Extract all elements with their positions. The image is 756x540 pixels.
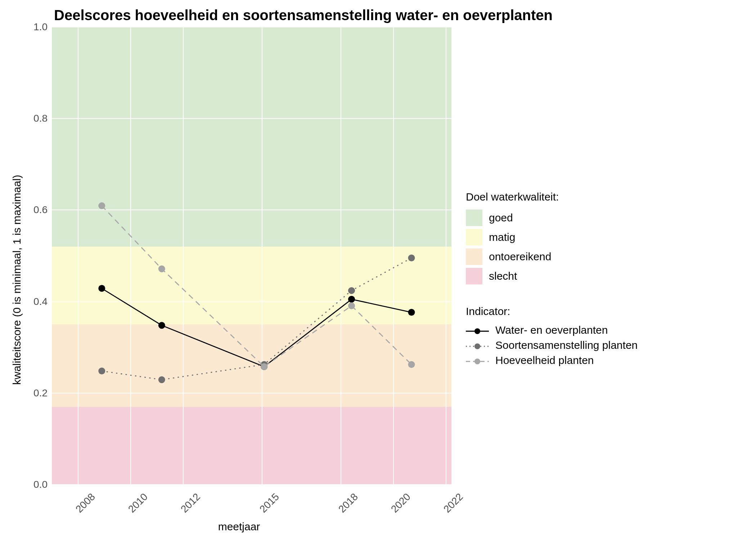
chart-body: kwaliteitscore (0 is minimaal, 1 is maxi… bbox=[7, 27, 749, 533]
legend-bands-title: Doel waterkwaliteit: bbox=[466, 191, 749, 203]
legend-band-item: goed bbox=[466, 210, 749, 226]
series-line bbox=[102, 258, 411, 380]
legend-band-label: slecht bbox=[489, 270, 517, 282]
legend-series-item: Hoeveelheid planten bbox=[466, 354, 749, 366]
plot-row: 0.00.20.40.60.81.0 bbox=[27, 27, 451, 485]
x-axis-label: meetjaar bbox=[27, 521, 451, 533]
series-point bbox=[158, 265, 165, 272]
svg-point-5 bbox=[474, 359, 480, 364]
series-point bbox=[408, 309, 415, 316]
chart-container: Deelscores hoeveelheid en soortensamenst… bbox=[7, 7, 749, 533]
legend-bands-items: goedmatigontoereikendslecht bbox=[466, 210, 749, 284]
series-point bbox=[348, 287, 355, 294]
legend-swatch bbox=[466, 210, 482, 226]
y-axis-label: kwaliteitscore (0 is minimaal, 1 is maxi… bbox=[7, 27, 27, 533]
x-axis-ticks: 2008201020122015201820202022 bbox=[52, 485, 451, 517]
x-tick-label: 2010 bbox=[126, 491, 150, 515]
svg-point-1 bbox=[474, 328, 480, 334]
legend-series-item: Soortensamenstelling planten bbox=[466, 339, 749, 351]
legend-line-sample bbox=[466, 341, 489, 350]
legend-band-item: matig bbox=[466, 229, 749, 246]
legend-band-item: slecht bbox=[466, 268, 749, 284]
legend-series-label: Soortensamenstelling planten bbox=[495, 339, 638, 351]
series-point bbox=[158, 322, 165, 329]
series-line bbox=[102, 288, 411, 366]
y-tick-label: 0.2 bbox=[33, 387, 48, 399]
x-tick-label: 2015 bbox=[257, 491, 282, 515]
series-point bbox=[348, 302, 355, 309]
legend-swatch bbox=[466, 268, 482, 284]
series-point bbox=[98, 202, 105, 209]
series-point bbox=[158, 376, 165, 383]
legend-swatch bbox=[466, 229, 482, 246]
series-point bbox=[408, 361, 415, 368]
chart-title: Deelscores hoeveelheid en soortensamenst… bbox=[54, 7, 749, 23]
series-point bbox=[98, 368, 105, 374]
svg-point-3 bbox=[474, 343, 480, 349]
x-tick-label: 2012 bbox=[179, 491, 203, 515]
series-point bbox=[261, 363, 267, 370]
legend-series-block: Indicator: Water- en oeverplantenSoorten… bbox=[466, 305, 749, 369]
legend-line-sample bbox=[466, 356, 489, 365]
chart-lines bbox=[52, 27, 451, 485]
y-axis-ticks: 0.00.20.40.60.81.0 bbox=[27, 27, 52, 485]
legend-band-label: ontoereikend bbox=[489, 251, 551, 263]
legend-band-label: matig bbox=[489, 231, 515, 243]
legend: Doel waterkwaliteit: goedmatigontoereike… bbox=[451, 27, 749, 533]
legend-line-sample bbox=[466, 326, 489, 334]
legend-series-label: Water- en oeverplanten bbox=[495, 324, 608, 336]
series-point bbox=[98, 285, 105, 292]
legend-band-label: goed bbox=[489, 212, 513, 224]
y-tick-label: 1.0 bbox=[33, 21, 48, 33]
legend-series-title: Indicator: bbox=[466, 305, 749, 318]
series-point bbox=[348, 296, 355, 303]
legend-series-label: Hoeveelheid planten bbox=[495, 354, 594, 366]
x-tick-label: 2008 bbox=[73, 491, 98, 515]
y-tick-label: 0.8 bbox=[33, 113, 48, 124]
legend-bands-block: Doel waterkwaliteit: goedmatigontoereike… bbox=[466, 191, 749, 287]
legend-swatch bbox=[466, 248, 482, 265]
plot-area bbox=[52, 27, 451, 485]
y-tick-label: 0.4 bbox=[33, 296, 48, 307]
plot-column: 0.00.20.40.60.81.0 200820102012201520182… bbox=[27, 27, 451, 533]
y-tick-label: 0.6 bbox=[33, 204, 48, 216]
x-tick-label: 2018 bbox=[336, 491, 360, 515]
x-tick-label: 2020 bbox=[389, 491, 413, 515]
series-line bbox=[102, 206, 411, 367]
legend-series-item: Water- en oeverplanten bbox=[466, 324, 749, 336]
legend-band-item: ontoereikend bbox=[466, 248, 749, 265]
legend-series-items: Water- en oeverplantenSoortensamenstelli… bbox=[466, 324, 749, 366]
series-point bbox=[408, 255, 415, 261]
y-tick-label: 0.0 bbox=[33, 479, 48, 490]
